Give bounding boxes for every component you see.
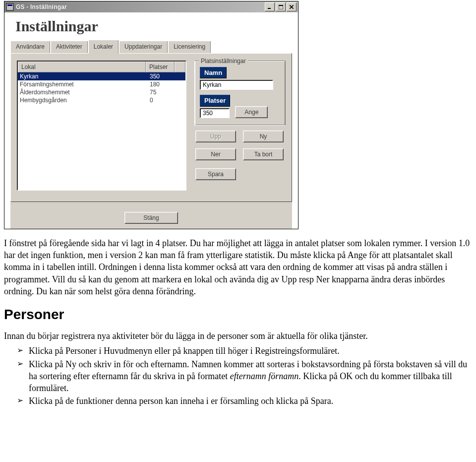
tab-aktiviteter[interactable]: Aktiviteter <box>51 41 88 53</box>
settings-window: GS - Inställningar Inställningar Använda… <box>4 1 298 229</box>
tab-uppdateringar[interactable]: Uppdateringar <box>119 41 168 53</box>
list-text-italic: efternamn förnamn <box>230 371 299 381</box>
ner-button[interactable]: Ner <box>195 148 236 160</box>
window-title: GS - Inställningar <box>16 3 265 11</box>
list-item: Klicka på Personer i Huvudmenyn eller på… <box>17 345 472 357</box>
titlebar[interactable]: GS - Inställningar <box>4 1 298 12</box>
lokal-listbox[interactable]: Lokal Platser Kyrkan 350 Församlingshemm… <box>17 61 186 191</box>
list-text: Klicka på de funktioner denna person kan… <box>29 396 333 406</box>
bullet-list: Klicka på Personer i Huvudmenyn eller på… <box>4 345 472 407</box>
tab-licensiering[interactable]: Licensiering <box>168 41 211 53</box>
paragraph-intro: I fönstret på föregående sida har vi lag… <box>4 237 472 297</box>
list-header: Lokal Platser <box>18 62 185 72</box>
svg-rect-1 <box>7 4 12 6</box>
tab-pane-lokaler: Lokal Platser Kyrkan 350 Församlingshemm… <box>10 53 292 202</box>
cell-lokal: Hembygdsgården <box>18 96 148 104</box>
platser-input[interactable] <box>200 108 230 118</box>
cell-platser: 0 <box>148 96 178 104</box>
tab-lokaler[interactable]: Lokaler <box>88 40 119 54</box>
ny-button[interactable]: Ny <box>243 131 284 142</box>
list-row[interactable]: Församlingshemmet 180 <box>18 80 185 88</box>
list-row[interactable]: Hembygdsgården 0 <box>18 96 185 104</box>
heading-personer: Personer <box>4 305 472 324</box>
namn-label: Namn <box>200 67 227 79</box>
upp-button[interactable]: Upp <box>195 131 236 142</box>
col-platser[interactable]: Platser <box>146 62 175 72</box>
group-legend: Platsinställningar <box>199 57 248 65</box>
svg-rect-4 <box>279 5 283 6</box>
cell-platser: 75 <box>148 88 178 96</box>
cell-lokal: Kyrkan <box>18 72 148 80</box>
list-item: Klicka på Ny och skriv in för och eftern… <box>17 358 472 395</box>
minimize-button[interactable] <box>265 2 275 11</box>
cell-platser: 350 <box>148 72 178 80</box>
spara-button[interactable]: Spara <box>195 168 236 180</box>
platsinstallningar-group: Platsinställningar Namn Platser Ange <box>194 61 286 126</box>
list-item: Klicka på de funktioner denna person kan… <box>17 395 472 407</box>
list-text: Klicka på Personer i Huvudmenyn eller på… <box>29 346 340 356</box>
tab-strip: Användare Aktiviteter Lokaler Uppdaterin… <box>8 40 294 53</box>
tabort-button[interactable]: Ta bort <box>243 148 284 160</box>
list-row[interactable]: Ålderdomshemmet 75 <box>18 88 185 96</box>
maximize-button[interactable] <box>276 2 286 11</box>
stang-button[interactable]: Stäng <box>124 212 178 224</box>
col-spacer <box>175 62 185 72</box>
cell-lokal: Församlingshemmet <box>18 80 148 88</box>
app-icon <box>6 3 14 11</box>
paragraph-personer-intro: Innan du börjar registrera nya aktivitet… <box>4 330 472 342</box>
namn-input[interactable] <box>200 80 273 90</box>
svg-rect-2 <box>268 8 271 9</box>
col-lokal[interactable]: Lokal <box>18 62 146 72</box>
close-button[interactable] <box>287 2 297 11</box>
tab-anvandare[interactable]: Användare <box>10 41 50 53</box>
ange-button[interactable]: Ange <box>235 106 268 118</box>
page-title: Inställningar <box>8 15 294 40</box>
platser-label: Platser <box>200 95 230 107</box>
list-row[interactable]: Kyrkan 350 <box>18 72 185 80</box>
cell-platser: 180 <box>148 80 178 88</box>
cell-lokal: Ålderdomshemmet <box>18 88 148 96</box>
